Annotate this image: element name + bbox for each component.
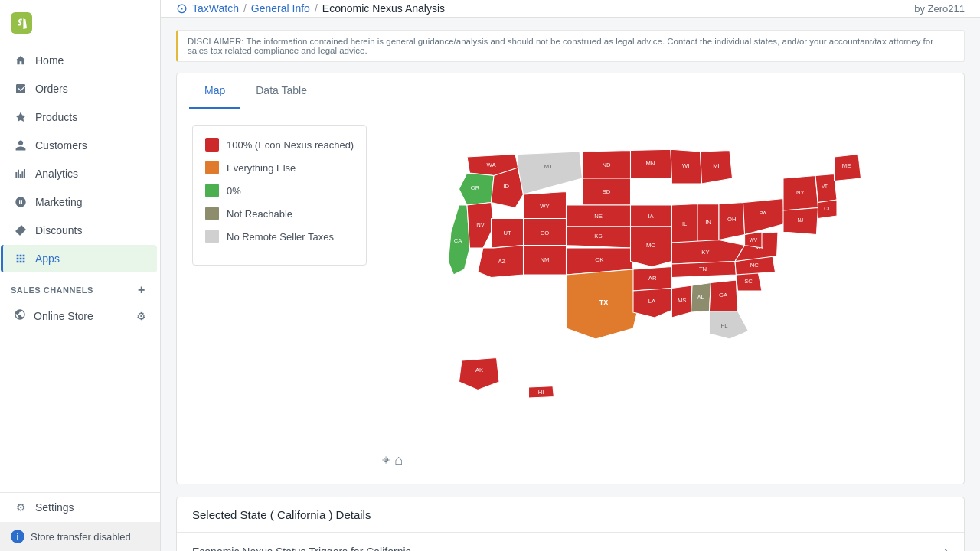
sidebar-logo [0, 0, 160, 46]
legend-color-not-reachable [205, 207, 219, 220]
state-la[interactable] [633, 289, 674, 318]
customers-icon [14, 139, 28, 152]
state-ne[interactable] [567, 205, 631, 227]
content-area: DISCLAIMER: The information contained he… [161, 18, 980, 551]
state-ct-ma[interactable] [818, 200, 838, 219]
state-nd[interactable] [583, 151, 631, 178]
state-ut[interactable] [492, 219, 524, 249]
state-mn[interactable] [631, 149, 672, 178]
products-icon [14, 110, 28, 124]
zoom-out-button[interactable]: ⌖ [382, 452, 390, 468]
state-al[interactable] [691, 283, 711, 313]
selected-state-header: Selected State ( California ) Details [177, 497, 964, 533]
state-in[interactable] [697, 204, 719, 243]
sidebar-item-products[interactable]: Products [3, 103, 157, 131]
taxwatch-app-icon: ⊙ [176, 0, 188, 17]
legend-item-everything-else: Everything Else [205, 161, 354, 174]
online-store-icon [14, 308, 26, 323]
info-icon: i [11, 530, 24, 543]
analytics-icon [14, 167, 28, 181]
disclaimer-banner: DISCLAIMER: The information contained he… [176, 30, 965, 62]
state-mo[interactable] [631, 227, 672, 267]
state-nj-de[interactable] [783, 208, 818, 235]
main-content: ⊙ TaxWatch / General Info / Economic Nex… [161, 0, 980, 551]
sidebar-item-customers[interactable]: Customers [3, 132, 157, 159]
legend-item-0pct: 0% [205, 184, 354, 197]
us-map-svg[interactable]: WA OR CA NV ID [405, 125, 926, 446]
state-oh[interactable] [719, 203, 745, 240]
settings-icon: ⚙ [14, 500, 28, 514]
state-sd[interactable] [583, 178, 631, 205]
tab-data-table[interactable]: Data Table [240, 73, 322, 109]
breadcrumb-current: Economic Nexus Analysis [322, 2, 445, 15]
legend-color-no-remote [205, 230, 219, 243]
chevron-down-icon: › [944, 543, 949, 551]
breadcrumb: ⊙ TaxWatch / General Info / Economic Nex… [176, 0, 445, 17]
state-ms[interactable] [671, 285, 692, 318]
breadcrumb-taxwatch[interactable]: TaxWatch [192, 2, 239, 15]
legend-item-100: 100% (Econ Nexus reached) [205, 138, 354, 152]
state-wv[interactable] [745, 232, 762, 248]
state-mt[interactable] [518, 152, 583, 194]
store-transfer-notice[interactable]: i Store transfer disabled [0, 522, 160, 551]
state-ky[interactable] [671, 240, 744, 265]
state-wi[interactable] [671, 149, 702, 184]
state-az[interactable] [478, 246, 524, 278]
state-fl[interactable] [709, 311, 748, 339]
legend-item-not-reachable: Not Reachable [205, 207, 354, 220]
breadcrumb-general-info[interactable]: General Info [251, 2, 310, 15]
sidebar: Home Orders Products Customers [0, 0, 161, 551]
state-hi[interactable] [529, 386, 554, 398]
by-tag: by Zero211 [914, 3, 965, 15]
discounts-icon [14, 223, 28, 237]
top-bar: ⊙ TaxWatch / General Info / Economic Nex… [161, 0, 980, 18]
selected-state-card: Selected State ( California ) Details Ec… [176, 497, 965, 551]
state-tn[interactable] [671, 262, 736, 278]
state-co[interactable] [524, 219, 567, 246]
tab-bar: Map Data Table [177, 73, 964, 109]
tab-map[interactable]: Map [189, 73, 240, 109]
sidebar-item-discounts[interactable]: Discounts [3, 217, 157, 244]
state-wy[interactable] [524, 192, 567, 219]
sidebar-item-home[interactable]: Home [3, 47, 157, 74]
add-sales-channel-button[interactable]: + [134, 282, 149, 298]
state-or[interactable] [459, 173, 495, 205]
nexus-trigger-row[interactable]: Economic Nexus Status Triggers for Calif… [177, 533, 964, 551]
map-legend: 100% (Econ Nexus reached) Everything Els… [192, 125, 367, 266]
sidebar-item-analytics[interactable]: Analytics [3, 160, 157, 187]
map-home-button[interactable]: ⌂ [394, 452, 403, 468]
state-ks[interactable] [567, 227, 631, 248]
sidebar-bottom: ⚙ Settings i Store transfer disabled [0, 492, 160, 551]
sidebar-item-orders[interactable]: Orders [3, 75, 157, 103]
map-card: Map Data Table 100% (Econ Nexus reached)… [176, 73, 965, 484]
state-mi[interactable] [701, 151, 733, 184]
legend-item-no-remote: No Remote Seller Taxes [205, 230, 354, 243]
sidebar-item-online-store[interactable]: Online Store ⚙ [3, 302, 157, 330]
legend-color-everything-else [205, 161, 219, 174]
sidebar-item-apps[interactable]: Apps [1, 245, 157, 272]
sidebar-item-settings[interactable]: ⚙ Settings [3, 494, 157, 521]
state-nm[interactable] [524, 246, 567, 276]
sales-channels-header: SALES CHANNELS + [0, 273, 160, 301]
state-me[interactable] [835, 155, 861, 181]
state-tx[interactable] [567, 269, 642, 339]
state-ar[interactable] [633, 267, 671, 292]
us-map-wrapper: WA OR CA NV ID [382, 125, 949, 468]
legend-color-100 [205, 138, 219, 152]
legend-color-0pct [205, 184, 219, 197]
map-controls: ⌖ ⌂ [382, 452, 403, 468]
state-nv[interactable] [467, 203, 494, 249]
state-vt-nh[interactable] [815, 174, 837, 202]
state-ga[interactable] [709, 280, 737, 311]
sidebar-navigation: Home Orders Products Customers [0, 46, 160, 492]
sidebar-item-marketing[interactable]: Marketing [3, 188, 157, 216]
state-ny[interactable] [783, 176, 818, 211]
state-ca[interactable] [449, 205, 470, 275]
map-panel: 100% (Econ Nexus reached) Everything Els… [177, 109, 964, 484]
state-ak[interactable] [459, 358, 500, 390]
online-store-settings-icon[interactable]: ⚙ [136, 310, 146, 322]
state-pa[interactable] [743, 199, 785, 235]
state-ia[interactable] [631, 205, 672, 227]
state-il[interactable] [671, 204, 697, 243]
apps-icon [14, 252, 28, 266]
